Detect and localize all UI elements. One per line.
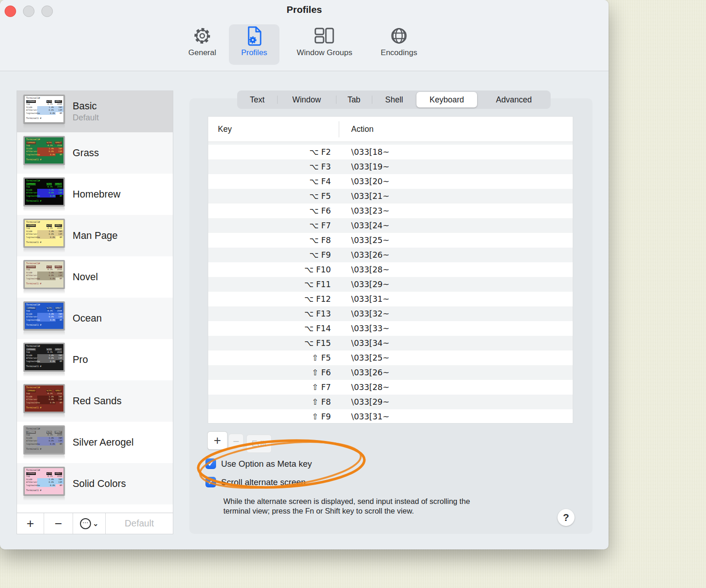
table-row[interactable]: ⌥ F8 \033[25~ bbox=[208, 233, 573, 248]
table-row[interactable]: ⌥ F9 \033[26~ bbox=[208, 248, 573, 262]
table-row[interactable]: ⌥ F10 \033[28~ bbox=[208, 262, 573, 277]
profile-name: Grass bbox=[73, 147, 99, 159]
action-cell: \033[25~ bbox=[339, 353, 389, 362]
terminal-preview-icon: Terminal1# COMMAND %CPU RPRVT top4.1%231… bbox=[23, 467, 65, 496]
key-cell: ⌥ F8 bbox=[208, 236, 339, 245]
terminal-preview-icon: Terminal1# COMMAND %CPU RPRVT top4.1%231… bbox=[23, 384, 65, 413]
tab-tab[interactable]: Tab bbox=[336, 92, 372, 107]
table-row[interactable]: ⌥ F15 \033[34~ bbox=[208, 336, 573, 351]
thumbnail-reflection bbox=[23, 414, 65, 418]
window-title: Profiles bbox=[0, 4, 609, 15]
key-cell: ⌥ F6 bbox=[208, 206, 339, 215]
table-row[interactable]: ⇧ F7 \033[28~ bbox=[208, 380, 573, 395]
use-option-as-meta-key-checkbox[interactable]: ✓ bbox=[205, 458, 216, 469]
profile-list-item-silver-aerogel[interactable]: Terminal1# COMMAND %CPU RPRVT top4.1%231… bbox=[17, 422, 173, 463]
add-profile-button[interactable]: + bbox=[17, 513, 44, 534]
terminal-preview-icon: Terminal1# COMMAND %CPU RPRVT top4.1%231… bbox=[23, 177, 65, 206]
profile-thumbnail: Terminal1# COMMAND %CPU RPRVT top4.1%231… bbox=[23, 260, 65, 294]
remove-key-button[interactable]: − bbox=[228, 434, 244, 449]
tab-advanced[interactable]: Advanced bbox=[477, 92, 551, 107]
table-row[interactable]: ⌥ F13 \033[32~ bbox=[208, 306, 573, 321]
table-row[interactable]: ⌥ F2 \033[18~ bbox=[208, 145, 573, 159]
thumbnail-reflection bbox=[23, 290, 65, 294]
table-row[interactable]: ⇧ F6 \033[26~ bbox=[208, 365, 573, 380]
terminal-preview-icon: Terminal1# COMMAND %CPU RPRVT top4.1%231… bbox=[23, 260, 65, 289]
table-row[interactable]: ⌥ F5 \033[21~ bbox=[208, 189, 573, 204]
key-cell: ⌥ F12 bbox=[208, 294, 339, 304]
table-row[interactable]: ⇧ F5 \033[25~ bbox=[208, 351, 573, 365]
tab-window[interactable]: Window bbox=[277, 92, 336, 107]
profile-list-item-novel[interactable]: Terminal1# COMMAND %CPU RPRVT top4.1%231… bbox=[17, 256, 173, 298]
key-cell: ⌥ F7 bbox=[208, 221, 339, 230]
gear-icon bbox=[193, 25, 212, 46]
help-button[interactable]: ? bbox=[558, 509, 575, 526]
profile-list-item-homebrew[interactable]: Terminal1# COMMAND %CPU RPRVT top4.1%231… bbox=[17, 174, 173, 215]
tab-text[interactable]: Text bbox=[237, 92, 277, 107]
profile-list-item-grass[interactable]: Terminal1# COMMAND %CPU RPRVT top4.1%231… bbox=[17, 132, 173, 174]
profile-name: Man Page bbox=[73, 230, 118, 242]
profile-thumbnail: Terminal1# COMMAND %CPU RPRVT top4.1%231… bbox=[23, 301, 65, 335]
tab-keyboard[interactable]: Keyboard bbox=[416, 92, 477, 107]
chevron-down-icon: ⌄ bbox=[93, 520, 99, 528]
action-cell: \033[32~ bbox=[339, 309, 389, 318]
table-row[interactable]: ⌥ F7 \033[24~ bbox=[208, 218, 573, 233]
profile-name: Silver Aerogel bbox=[73, 437, 134, 448]
profile-list-item-solid-colors[interactable]: Terminal1# COMMAND %CPU RPRVT top4.1%231… bbox=[17, 463, 173, 504]
profile-list-item-red-sands[interactable]: Terminal1# COMMAND %CPU RPRVT top4.1%231… bbox=[17, 380, 173, 422]
profile-subtitle: Default bbox=[73, 113, 99, 123]
toolbar-item-profiles[interactable]: Profiles bbox=[230, 25, 279, 57]
profile-name: Solid Colors bbox=[73, 478, 126, 490]
terminal-preview-icon: Terminal1# COMMAND %CPU RPRVT top4.1%231… bbox=[23, 219, 65, 248]
more-actions-button[interactable]: ⋯ ⌄ bbox=[73, 513, 106, 534]
profile-name: Red Sands bbox=[73, 396, 121, 407]
window-groups-icon bbox=[313, 25, 336, 46]
key-cell: ⇧ F7 bbox=[208, 383, 339, 392]
set-default-button[interactable]: Default bbox=[106, 513, 173, 534]
action-cell: \033[31~ bbox=[339, 294, 389, 304]
toolbar-item-window-groups[interactable]: Window Groups bbox=[286, 25, 363, 57]
profile-thumbnail: Terminal1# COMMAND %CPU RPRVT top4.1%231… bbox=[23, 177, 65, 211]
action-cell: \033[29~ bbox=[339, 280, 389, 289]
profile-thumbnail: Terminal1# COMMAND %CPU RPRVT top4.1%231… bbox=[23, 467, 65, 501]
toolbar-item-encodings[interactable]: Encodings bbox=[370, 25, 427, 57]
profile-thumbnail: Terminal1# COMMAND %CPU RPRVT top4.1%231… bbox=[23, 95, 65, 129]
key-cell: ⇧ F5 bbox=[208, 353, 339, 362]
table-row[interactable]: ⇧ F9 \033[31~ bbox=[208, 409, 573, 424]
key-cell: ⌥ F3 bbox=[208, 162, 339, 171]
table-row[interactable]: ⌥ F3 \033[19~ bbox=[208, 159, 573, 174]
table-row[interactable]: ⌥ F12 \033[31~ bbox=[208, 292, 573, 306]
action-cell: \033[33~ bbox=[339, 324, 389, 333]
table-row[interactable]: ⇧ F8 \033[29~ bbox=[208, 395, 573, 409]
key-cell: ⇧ F6 bbox=[208, 368, 339, 377]
table-row[interactable]: ⌥ F11 \033[29~ bbox=[208, 277, 573, 292]
column-divider[interactable] bbox=[339, 121, 339, 137]
key-cell: ⌥ F2 bbox=[208, 147, 339, 157]
toolbar-item-label: Window Groups bbox=[297, 48, 353, 57]
key-cell: ⌥ F9 bbox=[208, 250, 339, 260]
action-cell: \033[19~ bbox=[339, 162, 389, 171]
remove-profile-button[interactable]: − bbox=[44, 513, 73, 534]
edit-key-button[interactable]: Edit bbox=[246, 435, 272, 453]
action-cell: \033[20~ bbox=[339, 177, 389, 186]
table-body: ⌥ F2 \033[18~ ⌥ F3 \033[19~ ⌥ F4 \033[20… bbox=[208, 145, 573, 424]
action-cell: \033[25~ bbox=[339, 236, 389, 245]
toolbar-item-general[interactable]: General bbox=[182, 25, 222, 57]
profile-list-item-man-page[interactable]: Terminal1# COMMAND %CPU RPRVT top4.1%231… bbox=[17, 215, 173, 256]
tab-shell[interactable]: Shell bbox=[372, 92, 416, 107]
profile-list-item-basic[interactable]: Terminal1# COMMAND %CPU RPRVT top4.1%231… bbox=[17, 91, 173, 132]
key-cell: ⇧ F8 bbox=[208, 397, 339, 407]
action-cell: \033[24~ bbox=[339, 221, 389, 230]
add-key-button[interactable]: + bbox=[207, 431, 228, 450]
scroll-alternate-screen-checkbox[interactable]: ✓ bbox=[205, 477, 216, 487]
table-row[interactable]: ⌥ F4 \033[20~ bbox=[208, 174, 573, 189]
thumbnail-reflection bbox=[23, 166, 65, 170]
toolbar-item-label: Profiles bbox=[241, 48, 268, 57]
profile-list-item-pro[interactable]: Terminal1# COMMAND %CPU RPRVT top4.1%231… bbox=[17, 339, 173, 380]
profile-document-icon bbox=[245, 25, 263, 46]
table-row[interactable]: ⌥ F14 \033[33~ bbox=[208, 321, 573, 336]
profile-list-item-ocean[interactable]: Terminal1# COMMAND %CPU RPRVT top4.1%231… bbox=[17, 298, 173, 339]
table-row[interactable]: ⌥ F6 \033[23~ bbox=[208, 204, 573, 218]
action-cell: \033[23~ bbox=[339, 206, 389, 215]
profile-name: Pro bbox=[73, 354, 88, 366]
profile-thumbnail: Terminal1# COMMAND %CPU RPRVT top4.1%231… bbox=[23, 343, 65, 377]
